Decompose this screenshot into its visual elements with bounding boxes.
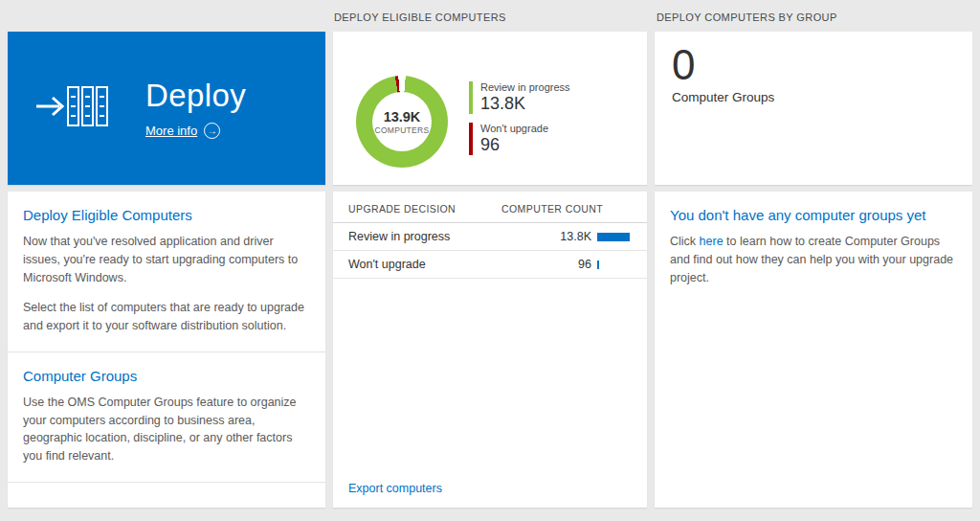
empty-state-heading: You don't have any computer groups yet [670,207,955,223]
chart-legend: Review in progress 13.8K Won't upgrade 9… [469,81,570,168]
table-row[interactable]: Won't upgrade 96 [333,251,647,279]
deploy-dashboard: { "colors": { "accent_blue": "#0072c6", … [0,0,980,521]
donut-center: 13.9K COMPUTERS [372,92,432,151]
more-info-link[interactable]: More info → [145,123,246,139]
legend-item: Review in progress 13.8K [469,81,570,114]
deploy-info-panel: Deploy Eligible Computers Now that you'v… [8,192,325,508]
legend-value: 96 [480,135,548,155]
table-row[interactable]: Review in progress 13.8K [333,223,647,251]
arrow-circle-icon: → [204,123,220,139]
legend-color-bar [469,81,473,114]
computer-groups-count-label: Computer Groups [672,90,955,104]
empty-text-before: Click [670,235,700,248]
row-decision: Review in progress [348,230,542,243]
more-info-label: More info [145,124,197,138]
column-header-upgrade-decision: UPGRADE DECISION [348,203,456,215]
count-bar [597,233,630,241]
tile-text: Deploy More info → [145,78,246,139]
section-computer-groups: Computer Groups Use the OMS Computer Gro… [8,352,325,483]
section-heading: Deploy Eligible Computers [23,207,308,223]
no-computer-groups-card: You don't have any computer groups yet C… [655,192,972,508]
section-eligible-computers: Deploy Eligible Computers Now that you'v… [8,192,325,352]
section-heading: Computer Groups [23,368,308,384]
middle-column-header: DEPLOY ELIGIBLE COMPUTERS [334,11,506,23]
donut-chart[interactable]: 13.9K COMPUTERS [356,76,448,168]
donut-center-value: 13.9K [384,109,421,125]
empty-state-text: Click here to learn how to create Comput… [670,233,955,286]
tile-title: Deploy [145,78,246,114]
row-count: 13.8K [542,230,591,243]
computer-groups-count-card: 0 Computer Groups [655,32,972,185]
here-link[interactable]: here [700,235,724,248]
column-header-computer-count: COMPUTER COUNT [501,203,603,215]
legend-value: 13.8K [480,94,570,114]
count-bar [597,260,599,269]
table-header-row: UPGRADE DECISION COMPUTER COUNT [333,192,647,223]
computer-groups-count: 0 [672,41,955,90]
section-paragraph: Select the list of computers that are re… [23,299,308,335]
deploy-tile-inner: Deploy More info → [8,32,325,185]
legend-text: Review in progress 13.8K [480,81,570,114]
count-bar-cell [597,233,632,241]
legend-label: Review in progress [480,81,570,93]
deploy-icon [33,78,109,139]
export-computers-link[interactable]: Export computers [348,482,442,495]
deploy-tile[interactable]: Deploy More info → [8,32,325,185]
legend-text: Won't upgrade 96 [480,123,548,155]
legend-item: Won't upgrade 96 [469,123,570,155]
section-paragraph: Now that you've resolved application and… [23,233,308,286]
donut-center-label: COMPUTERS [374,125,429,135]
legend-label: Won't upgrade [480,123,548,134]
legend-color-bar [469,123,473,155]
chart-inner: 13.9K COMPUTERS Review in progress 13.8K… [333,32,647,168]
upgrade-decision-table-card: UPGRADE DECISION COMPUTER COUNT Review i… [333,192,647,508]
right-column-header: DEPLOY COMPUTERS BY GROUP [657,11,837,23]
count-bar-cell [597,260,632,269]
row-decision: Won't upgrade [348,258,542,271]
section-paragraph: Use the OMS Computer Groups feature to o… [23,394,308,465]
row-count: 96 [542,258,591,271]
eligible-computers-chart-card: 13.9K COMPUTERS Review in progress 13.8K… [333,32,647,185]
